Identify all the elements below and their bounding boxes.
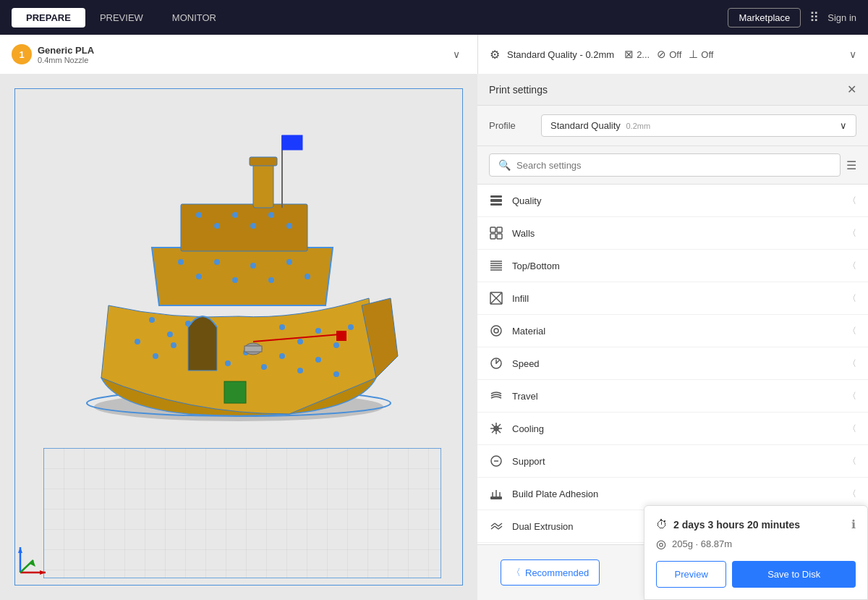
travel-icon	[489, 389, 503, 403]
profile-select-dropdown[interactable]: Standard Quality 0.2mm ∨	[541, 114, 856, 137]
top-section: 1 Generic PLA 0.4mm Nozzle ∨ ⚙ Standard …	[0, 35, 868, 74]
walls-icon	[489, 226, 503, 240]
settings-item-speed[interactable]: Speed 〈	[477, 347, 868, 380]
print-time-row: ⏱ 2 days 3 hours 20 minutes ℹ	[656, 517, 856, 531]
settings-item-cooling[interactable]: Cooling 〈	[477, 413, 868, 445]
quality-chevron-icon[interactable]: ∨	[849, 48, 856, 60]
settings-item-walls[interactable]: Walls 〈	[477, 217, 868, 250]
travel-item-label: Travel	[512, 391, 839, 402]
hull-dot	[171, 342, 176, 348]
settings-item-support[interactable]: Support 〈	[477, 445, 868, 478]
hull-dot	[348, 324, 354, 330]
settings-item-infill[interactable]: Infill 〈	[477, 282, 868, 315]
quality-chevron: 〈	[848, 195, 856, 207]
grid-platform	[43, 448, 456, 578]
transform-handle-body	[244, 346, 262, 352]
hull-dot	[261, 364, 267, 370]
dual-extrusion-icon	[489, 519, 503, 533]
info-icon[interactable]: ℹ	[851, 517, 856, 531]
printer-name: Generic PLA	[38, 45, 447, 56]
nav-right: Marketplace ⠿ Sign in	[728, 8, 856, 28]
hull-dot	[297, 368, 303, 373]
support-badge: ⊘ Off	[657, 48, 681, 61]
infill-item-label: Infill	[512, 293, 839, 304]
quality-label: Standard Quality - 0.2mm	[507, 49, 614, 60]
settings-list: Quality 〈 Walls 〈 Top/Bottom 〈 Infill 〈	[477, 185, 868, 544]
infill-chevron: 〈	[848, 292, 856, 305]
quality-section: ⚙ Standard Quality - 0.2mm ⊠ 2... ⊘ Off …	[477, 35, 868, 74]
material-icon	[489, 324, 503, 338]
printer-section: 1 Generic PLA 0.4mm Nozzle ∨	[0, 35, 477, 74]
hull-dot	[135, 339, 140, 345]
profile-chevron-icon: ∨	[840, 120, 847, 131]
top-navigation: PREPARE PREVIEW MONITOR Marketplace ⠿ Si…	[0, 0, 868, 35]
tab-monitor[interactable]: MONITOR	[158, 8, 231, 28]
search-box: 🔍	[489, 153, 841, 177]
printer-chevron-icon[interactable]: ∨	[453, 48, 460, 60]
adhesion-badge: ⊥ Off	[689, 48, 713, 61]
upper-dot	[214, 223, 220, 229]
hull-dot	[333, 342, 339, 348]
axes-svg	[13, 540, 53, 580]
flag	[282, 135, 302, 150]
hull-dot	[225, 360, 231, 366]
hull-dot	[297, 339, 303, 345]
grid-icon[interactable]: ⠿	[809, 9, 819, 25]
svg-rect-2	[490, 203, 502, 206]
material-spool-icon: ◎	[656, 537, 666, 551]
cabin-dot	[286, 259, 292, 265]
hull-dot	[167, 331, 173, 337]
cabin-dot	[305, 274, 310, 279]
grid-rect	[43, 448, 441, 578]
svg-rect-4	[497, 227, 502, 232]
marketplace-button[interactable]: Marketplace	[728, 8, 801, 28]
support-chevron: 〈	[848, 455, 856, 468]
signin-button[interactable]: Sign in	[827, 12, 856, 23]
settings-item-top-bottom[interactable]: Top/Bottom 〈	[477, 250, 868, 282]
3d-viewport[interactable]	[0, 74, 477, 600]
printer-number-badge: 1	[12, 44, 32, 64]
x-axis-arrow	[40, 570, 46, 575]
support-item-label: Support	[512, 456, 839, 467]
crane-weight	[336, 331, 346, 341]
material-row: ◎ 205g · 68.87m	[656, 537, 856, 551]
settings-item-quality[interactable]: Quality 〈	[477, 185, 868, 217]
tab-preview[interactable]: PREVIEW	[85, 8, 158, 28]
cabin-dot	[214, 259, 220, 265]
top-bottom-chevron: 〈	[848, 260, 856, 272]
settings-close-button[interactable]: ✕	[847, 83, 856, 96]
adhesion-icon: ⊥	[689, 48, 698, 61]
walls-item-label: Walls	[512, 228, 839, 239]
svg-rect-0	[490, 199, 502, 202]
speed-item-label: Speed	[512, 358, 839, 369]
cooling-item-label: Cooling	[512, 423, 839, 434]
printer-nozzle: 0.4mm Nozzle	[38, 56, 447, 64]
profile-label: Profile	[489, 120, 532, 131]
search-row: 🔍 ☰	[477, 146, 868, 185]
3d-model-svg	[43, 103, 448, 436]
material-info: 205g · 68.87m	[672, 538, 732, 549]
menu-icon[interactable]: ☰	[846, 159, 856, 172]
save-to-disk-button[interactable]: Save to Disk	[732, 561, 856, 588]
svg-rect-3	[490, 227, 495, 232]
settings-header: Print settings ✕	[477, 74, 868, 106]
recommended-button[interactable]: 〈 Recommended	[501, 559, 600, 586]
infill-icon: ⊠	[624, 48, 634, 61]
cabin-dot	[178, 259, 184, 265]
chimney-top	[250, 157, 277, 166]
support-icon: ⊘	[657, 48, 666, 61]
speed-chevron: 〈	[848, 358, 856, 370]
svg-rect-25	[490, 497, 502, 499]
tab-prepare[interactable]: PREPARE	[12, 8, 85, 28]
profile-select-value: Standard Quality	[550, 120, 621, 131]
top-bottom-icon	[489, 258, 503, 273]
main-content: Print settings ✕ Profile Standard Qualit…	[0, 74, 868, 600]
quality-badges: ⊠ 2... ⊘ Off ⊥ Off	[624, 48, 713, 61]
print-time: 2 days 3 hours 20 minutes	[673, 519, 846, 531]
settings-item-material[interactable]: Material 〈	[477, 315, 868, 347]
search-input[interactable]	[516, 160, 831, 171]
search-icon: 🔍	[498, 159, 511, 171]
settings-item-travel[interactable]: Travel 〈	[477, 380, 868, 413]
settings-title: Print settings	[489, 84, 548, 96]
preview-button[interactable]: Preview	[656, 561, 726, 588]
